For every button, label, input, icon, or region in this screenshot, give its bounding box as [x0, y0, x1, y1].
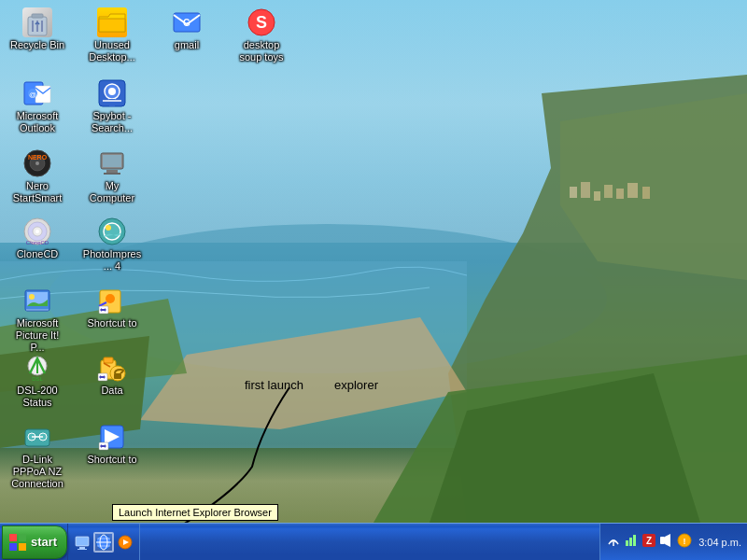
svg-point-37 [35, 161, 39, 165]
svg-rect-33 [109, 99, 115, 106]
svg-rect-12 [616, 189, 624, 199]
svg-rect-41 [106, 170, 118, 173]
spybot-label: Spybot - Search... [92, 110, 133, 133]
svg-rect-71 [9, 534, 17, 541]
tray-icon-network[interactable] [624, 533, 639, 551]
svg-rect-14 [642, 187, 650, 199]
clonecd-label: CloneCD [17, 248, 59, 259]
svg-text:DSL: DSL [32, 376, 43, 382]
show-desktop-button[interactable] [72, 532, 92, 553]
nero-label: Nero StartSmart [13, 180, 63, 203]
tray-icon-antivirus[interactable]: Z [641, 533, 656, 551]
svg-rect-88 [633, 535, 636, 546]
gmail-label: gmail [175, 39, 199, 50]
desktop-icon-my-computer[interactable]: My Computer [78, 145, 146, 208]
dsl200-icon: DSL [22, 353, 52, 383]
photoimpression-icon [97, 217, 127, 246]
svg-text:@: @ [29, 91, 36, 99]
svg-marker-7 [430, 373, 700, 523]
unused-desktop-icon [97, 7, 127, 37]
shortcut1-icon [97, 286, 127, 315]
soup-toys-icon: S [247, 7, 276, 37]
svg-text:CloneCD: CloneCD [26, 240, 49, 245]
system-clock: 3:04 p.m. [695, 537, 741, 548]
dlink-label: D-Link PPPoA NZ Connection [11, 454, 63, 489]
svg-text:S: S [256, 13, 267, 32]
desktop-icon-outlook[interactable]: @ Microsoft Outlook [4, 75, 71, 138]
svg-point-55 [106, 294, 115, 303]
svg-marker-4 [560, 93, 747, 280]
svg-rect-77 [78, 549, 87, 550]
desktop-icon-shortcut2[interactable]: Shortcut to [78, 418, 146, 469]
svg-text:!: ! [684, 537, 686, 546]
outlook-label: Microsoft Outlook [17, 110, 59, 133]
shortcut2-icon [97, 422, 127, 452]
svg-text:NERO: NERO [28, 154, 48, 161]
svg-rect-62 [114, 373, 121, 379]
unused-desktop-label: Unused Desktop... [89, 39, 135, 63]
picture-it-label: Microsoft Picture It! P... [16, 317, 59, 353]
photoimpression-label: PhotoImpres... 4 [83, 248, 141, 272]
start-label: start [31, 535, 57, 549]
svg-marker-5 [140, 317, 467, 429]
svg-rect-75 [76, 537, 89, 546]
svg-rect-87 [629, 538, 632, 546]
desktop-icon-clonecd[interactable]: CloneCD CloneCD [4, 213, 71, 264]
desktop-icon-soup-toys[interactable]: S desktop soup toys [228, 4, 295, 67]
annotation-explorer: explorer [334, 378, 378, 392]
desktop-icon-nero[interactable]: NERO Nero StartSmart [4, 145, 71, 208]
taskbar: start Launch I [0, 523, 747, 560]
data-icon [97, 353, 127, 383]
svg-point-32 [108, 88, 116, 95]
desktop-icon-data[interactable]: Data [78, 349, 146, 400]
svg-point-53 [29, 294, 35, 300]
tray-icon-extra[interactable]: ! [677, 533, 692, 551]
svg-rect-74 [19, 543, 26, 551]
my-computer-label: My Computer [90, 180, 134, 203]
tray-icon-sound[interactable] [659, 533, 674, 551]
system-tray: Z ! 3:04 p.m. [599, 524, 747, 560]
dsl200-label: DSL-200 Status [17, 385, 57, 408]
desktop-icon-spybot[interactable]: Spybot - Search... [78, 75, 146, 138]
windows-logo-icon [8, 533, 27, 552]
svg-text:G: G [183, 18, 190, 28]
tray-icon-1[interactable] [606, 533, 621, 551]
desktop-icon-recycle-bin[interactable]: Recycle Bin [4, 4, 71, 55]
data-label: Data [101, 385, 122, 396]
desktop-icon-picture-it[interactable]: Microsoft Picture It! P... [4, 282, 71, 358]
desktop-icon-dsl200[interactable]: DSL DSL-200 Status [4, 349, 71, 413]
desktop-icon-gmail[interactable]: G gmail [153, 4, 220, 55]
ie-browser-button[interactable] [93, 532, 114, 553]
quicklaunch-area [67, 524, 140, 560]
svg-marker-3 [448, 75, 747, 523]
clonecd-icon: CloneCD [22, 217, 52, 246]
annotation-first-launch: first launch [245, 378, 303, 392]
svg-text:Z: Z [646, 536, 652, 546]
svg-point-49 [104, 223, 120, 240]
svg-rect-72 [19, 534, 26, 541]
desktop-icon-dlink[interactable]: D-Link PPPoA NZ Connection [4, 418, 71, 495]
svg-rect-76 [79, 547, 85, 549]
svg-rect-8 [570, 187, 577, 198]
svg-rect-9 [581, 182, 590, 198]
recycle-bin-icon [22, 7, 52, 37]
svg-rect-91 [660, 537, 665, 544]
desktop-icon-photoimpression[interactable]: PhotoImpres... 4 [78, 213, 146, 276]
svg-marker-92 [665, 534, 670, 547]
media-player-button[interactable] [115, 532, 135, 553]
desktop-icon-unused-desktop[interactable]: Unused Desktop... [78, 4, 146, 67]
recycle-bin-label: Recycle Bin [10, 39, 64, 50]
spybot-icon [97, 78, 127, 108]
start-button[interactable]: start [2, 525, 67, 559]
svg-rect-86 [626, 540, 628, 546]
svg-rect-18 [32, 14, 43, 18]
svg-rect-10 [594, 191, 600, 201]
gmail-icon: G [172, 7, 202, 37]
desktop-icon-shortcut1[interactable]: Shortcut to [78, 282, 146, 333]
soup-toys-label: desktop soup toys [239, 39, 283, 63]
svg-rect-13 [627, 183, 638, 198]
svg-marker-6 [374, 355, 747, 523]
svg-rect-11 [604, 185, 613, 198]
nero-icon: NERO [22, 148, 52, 178]
svg-rect-42 [104, 173, 120, 175]
